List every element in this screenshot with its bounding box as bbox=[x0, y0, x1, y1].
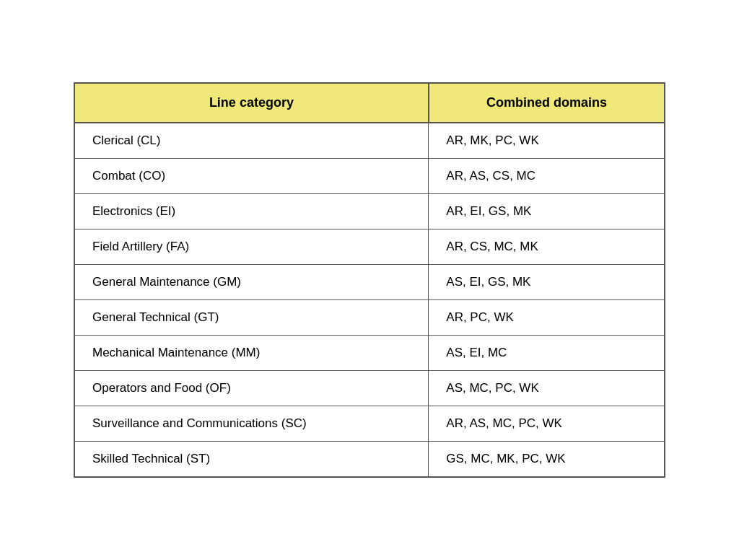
line-category-table: Line category Combined domains Clerical … bbox=[74, 82, 665, 478]
cell-domains: AR, PC, WK bbox=[429, 300, 665, 336]
cell-category: Skilled Technical (ST) bbox=[74, 442, 429, 478]
cell-category: Operators and Food (OF) bbox=[74, 371, 429, 406]
header-combined-domains: Combined domains bbox=[429, 83, 665, 123]
cell-domains: AR, AS, MC, PC, WK bbox=[429, 406, 665, 442]
table-row: Combat (CO)AR, AS, CS, MC bbox=[74, 159, 665, 194]
cell-category: Mechanical Maintenance (MM) bbox=[74, 336, 429, 371]
table-row: Skilled Technical (ST)GS, MC, MK, PC, WK bbox=[74, 442, 665, 478]
cell-domains: AS, MC, PC, WK bbox=[429, 371, 665, 406]
table-row: Clerical (CL)AR, MK, PC, WK bbox=[74, 123, 665, 159]
table-row: General Maintenance (GM)AS, EI, GS, MK bbox=[74, 265, 665, 300]
table-row: Operators and Food (OF)AS, MC, PC, WK bbox=[74, 371, 665, 406]
cell-category: Surveillance and Communications (SC) bbox=[74, 406, 429, 442]
main-table-container: Line category Combined domains Clerical … bbox=[74, 82, 665, 478]
table-row: Mechanical Maintenance (MM)AS, EI, MC bbox=[74, 336, 665, 371]
cell-domains: AS, EI, MC bbox=[429, 336, 665, 371]
cell-domains: AR, MK, PC, WK bbox=[429, 123, 665, 159]
cell-category: Clerical (CL) bbox=[74, 123, 429, 159]
table-row: General Technical (GT)AR, PC, WK bbox=[74, 300, 665, 336]
cell-domains: GS, MC, MK, PC, WK bbox=[429, 442, 665, 478]
cell-category: General Technical (GT) bbox=[74, 300, 429, 336]
cell-domains: AR, AS, CS, MC bbox=[429, 159, 665, 194]
cell-domains: AS, EI, GS, MK bbox=[429, 265, 665, 300]
table-row: Surveillance and Communications (SC)AR, … bbox=[74, 406, 665, 442]
cell-category: Field Artillery (FA) bbox=[74, 229, 429, 265]
cell-domains: AR, EI, GS, MK bbox=[429, 194, 665, 229]
table-row: Field Artillery (FA)AR, CS, MC, MK bbox=[74, 229, 665, 265]
cell-category: General Maintenance (GM) bbox=[74, 265, 429, 300]
table-header-row: Line category Combined domains bbox=[74, 83, 665, 123]
cell-category: Combat (CO) bbox=[74, 159, 429, 194]
header-line-category: Line category bbox=[74, 83, 429, 123]
table-row: Electronics (EI)AR, EI, GS, MK bbox=[74, 194, 665, 229]
cell-domains: AR, CS, MC, MK bbox=[429, 229, 665, 265]
cell-category: Electronics (EI) bbox=[74, 194, 429, 229]
